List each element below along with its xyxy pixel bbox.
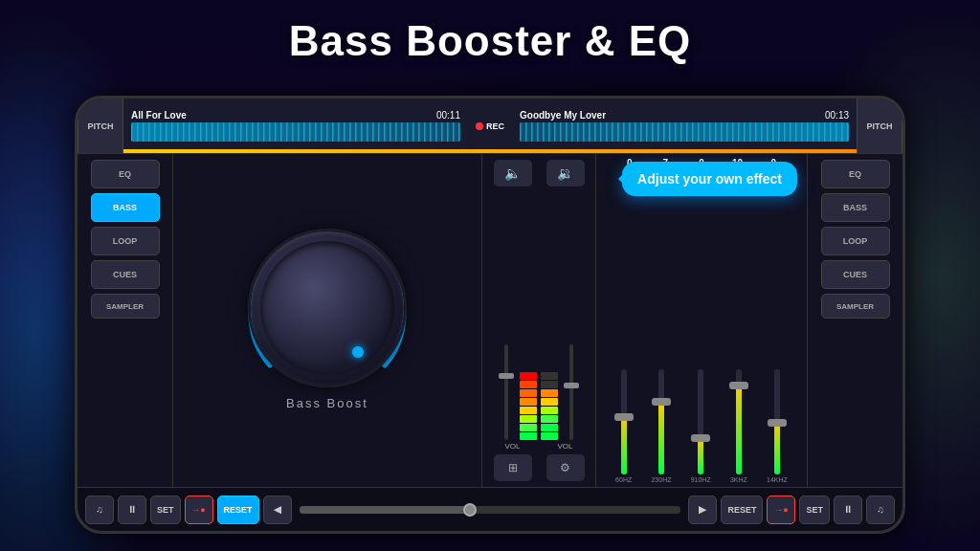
progress-fill (300, 506, 472, 514)
pitch-btn-left[interactable]: PITCH (78, 99, 123, 153)
eq-label-14khz: 14KHZ (767, 476, 788, 483)
eq-fill-910hz (698, 438, 703, 475)
cues-btn-right[interactable]: CUES (821, 260, 890, 289)
sampler-btn-left[interactable]: SAMPLER (91, 294, 160, 319)
pause-btn-right[interactable]: ⏸ (834, 496, 862, 524)
vu-bar-red (520, 372, 537, 380)
vu-bar-r-amber (541, 389, 558, 397)
bass-btn-left[interactable]: BASS (91, 193, 160, 222)
eq-btn-right[interactable]: EQ (821, 160, 890, 188)
eq-fill-230hz (658, 401, 664, 474)
phone-screen: PITCH All For Love 00:11 REC Goodbye My … (78, 99, 902, 531)
right-track-time: 00:13 (825, 110, 849, 121)
vol-labels: VOL VOL (486, 440, 591, 451)
vu-bottom-icons: ⊞ ⚙ (486, 454, 591, 481)
left-waveform (131, 122, 460, 142)
rec-label: REC (486, 121, 504, 131)
bass-btn-right[interactable]: BASS (821, 193, 890, 222)
left-track-name: All For Love (131, 110, 187, 121)
music-icon-right-btn[interactable]: ♫ (866, 496, 895, 524)
arrow-left-btn[interactable]: ◀ (263, 496, 292, 524)
bass-boost-label: Bass Boost (286, 396, 368, 410)
vu-bar-off1 (541, 372, 558, 380)
eq-slider-60hz: 60HZ (615, 369, 632, 483)
eq-track-3khz[interactable] (736, 369, 742, 474)
vol-track-right (569, 344, 573, 440)
eq-label-3khz: 3KHZ (730, 476, 747, 483)
yellow-progress-bar (123, 149, 857, 153)
vu-bar-orange-red (520, 381, 537, 388)
vol-track-left (504, 344, 508, 440)
rec-dot (476, 122, 483, 130)
vu-bar-yellow (520, 407, 537, 414)
vol-icon-right[interactable]: 🔉 (546, 160, 585, 187)
reset-btn-right[interactable]: RESET (721, 496, 763, 524)
eq-btn-left[interactable]: EQ (91, 160, 160, 188)
right-waveform (520, 122, 849, 142)
eq-thumb-14khz (768, 419, 787, 427)
vol-thumb-left (499, 373, 514, 379)
eq-fill-60hz (621, 417, 627, 475)
arrow-rec-btn-left[interactable]: →● (185, 496, 213, 524)
eq-track-60hz[interactable] (621, 369, 627, 474)
loop-btn-left[interactable]: LOOP (91, 227, 160, 255)
arrow-rec-btn-right[interactable]: →● (767, 496, 795, 524)
eq-section: Adjust your own effect 0 7 0 10 0 (596, 154, 807, 487)
cues-btn-left[interactable]: CUES (91, 260, 160, 289)
vu-bar-r-g1 (541, 415, 558, 423)
rec-button[interactable]: REC (468, 99, 512, 153)
vu-bar-r-g3 (541, 432, 558, 440)
pitch-btn-right[interactable]: PITCH (857, 99, 902, 153)
tooltip: Adjust your own effect (622, 162, 797, 196)
eq-fill-14khz (774, 422, 780, 474)
eq-slider-230hz: 230HZ (651, 369, 671, 483)
left-track-section: All For Love 00:11 (123, 99, 468, 153)
eq-sliders: 60HZ 230HZ (602, 172, 801, 483)
page-title: Bass Booster & EQ (0, 17, 980, 65)
track-bar: PITCH All For Love 00:11 REC Goodbye My … (78, 99, 902, 154)
eq-slider-3khz: 3KHZ (730, 369, 747, 483)
vol-slider-left[interactable] (497, 344, 516, 440)
vu-bar-green2 (520, 432, 537, 440)
vol-thumb-right (564, 383, 579, 388)
vu-meters (486, 190, 591, 440)
set-btn-left[interactable]: SET (150, 496, 181, 524)
vol-label-left: VOL (504, 442, 520, 451)
vu-bars-left (520, 372, 537, 440)
vu-bar-r-yg (541, 407, 558, 414)
phone-frame: PITCH All For Love 00:11 REC Goodbye My … (75, 96, 905, 534)
progress-bar[interactable] (300, 506, 681, 514)
vu-bar-yellow-green (520, 415, 537, 423)
main-content: EQ BASS LOOP CUES SAMPLER (78, 154, 902, 487)
right-track-section: Goodbye My Lover 00:13 (512, 99, 857, 153)
music-icon-left-btn[interactable]: ♫ (85, 496, 114, 524)
vu-bar-r-yellow (541, 398, 558, 406)
eq-thumb-3khz (729, 382, 748, 389)
left-panel: EQ BASS LOOP CUES SAMPLER (78, 154, 173, 487)
bass-knob[interactable] (251, 231, 404, 385)
vol-label-right: VOL (557, 442, 572, 451)
vu-bars-right (541, 372, 558, 440)
eq-label-60hz: 60HZ (615, 476, 632, 483)
vu-bar-orange (520, 389, 537, 397)
eq-slider-14khz: 14KHZ (767, 369, 788, 483)
arrow-right-btn[interactable]: ▶ (688, 496, 717, 524)
pause-btn-left[interactable]: ⏸ (118, 496, 146, 524)
right-track-name: Goodbye My Lover (520, 110, 606, 121)
eq-track-230hz[interactable] (658, 369, 664, 474)
eq-thumb-910hz (691, 434, 710, 442)
knob-container (251, 231, 404, 385)
eq-track-14khz[interactable] (774, 369, 780, 474)
sampler-btn-right[interactable]: SAMPLER (821, 294, 890, 319)
eq-track-910hz[interactable] (698, 369, 703, 474)
vol-icon-left[interactable]: 🔈 (494, 160, 532, 187)
vol-slider-right[interactable] (562, 344, 581, 440)
loop-btn-right[interactable]: LOOP (821, 227, 890, 255)
set-btn-right[interactable]: SET (799, 496, 830, 524)
grid-icon[interactable]: ⊞ (494, 454, 532, 481)
left-track-time: 00:11 (436, 110, 460, 121)
gear-icon[interactable]: ⚙ (546, 454, 585, 481)
reset-btn-left[interactable]: RESET (217, 496, 259, 524)
vu-bar-off2 (541, 381, 558, 388)
progress-thumb (463, 503, 477, 517)
